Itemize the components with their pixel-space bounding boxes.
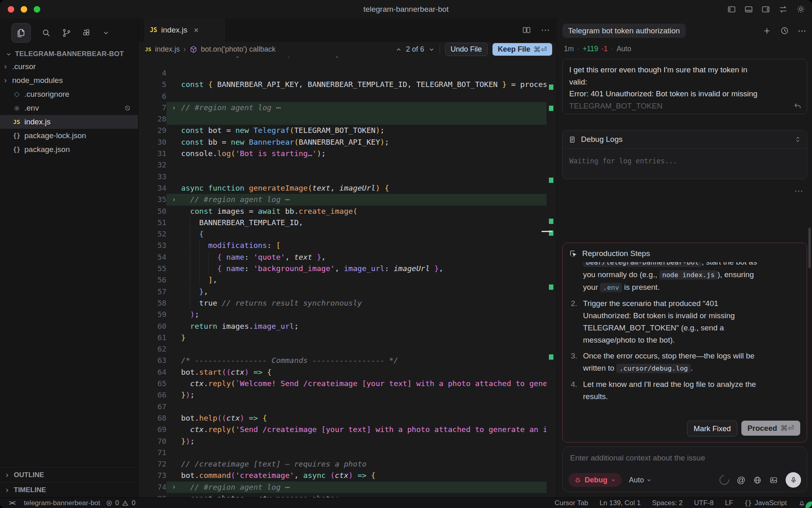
- model-selector[interactable]: Auto: [629, 476, 652, 484]
- gear-icon[interactable]: [796, 4, 806, 14]
- swap-arrows-icon[interactable]: [778, 4, 788, 14]
- code-line-69: 69ctx.reply('Send /createimage [your tex…: [138, 424, 556, 435]
- user-message-card[interactable]: I get this error even though I'm sure th…: [562, 59, 807, 114]
- statusbar-ln-139-col-1[interactable]: Ln 139, Col 1: [600, 499, 641, 507]
- mic-icon[interactable]: [786, 472, 801, 488]
- lines-removed: -1: [601, 45, 608, 53]
- code-editor[interactable]: 3const { Telegraf } = require('telegraf'…: [138, 57, 556, 497]
- file-label: index.js: [24, 117, 50, 126]
- code-line-70: 70});: [138, 436, 556, 447]
- reproduction-steps-list: bear/telegram-bannerbear-bot, start the …: [563, 262, 807, 403]
- bell-icon[interactable]: [798, 499, 806, 507]
- mark-fixed-button[interactable]: Mark Fixed: [687, 421, 737, 436]
- repro-step-line: Unauthorized: Bot token is invalid or mi…: [571, 310, 800, 322]
- code-line-28: 28: [138, 113, 556, 125]
- explorer-root[interactable]: TELEGRAM-BANNERBEAR-BOT: [0, 47, 138, 60]
- code-line-60: 60return images.image_url;: [138, 321, 556, 332]
- repro-step-line: 4.Let me know and I'll read the log file…: [571, 378, 800, 391]
- chevron-down-icon[interactable]: [102, 29, 110, 37]
- close-tab-icon[interactable]: ×: [194, 26, 199, 35]
- statusbar-javascript[interactable]: {}JavaScript: [745, 499, 787, 507]
- chevron-right-icon: [0, 64, 11, 70]
- extensions-icon[interactable]: [82, 28, 92, 38]
- chat-input[interactable]: Enter additional context about the issue…: [562, 447, 807, 492]
- code-line-73: 73bot.command('createimage', async (ctx)…: [138, 470, 556, 481]
- image-icon[interactable]: [769, 476, 778, 484]
- fold-chevron-icon[interactable]: [166, 194, 181, 205]
- panel-right-icon[interactable]: [761, 5, 770, 14]
- chat-scrollbar[interactable]: [808, 228, 811, 268]
- split-editor-icon[interactable]: [522, 26, 531, 35]
- code-line-34: 34async function generateImage(text, ima…: [138, 182, 556, 194]
- statusbar-utf-8[interactable]: UTF-8: [694, 499, 714, 507]
- user-message-line: valid:: [569, 76, 800, 88]
- panel-left-icon[interactable]: [727, 5, 736, 14]
- statusbar-lf[interactable]: LF: [725, 499, 733, 507]
- debug-logs-header[interactable]: Debug Logs: [563, 130, 807, 149]
- sidebar-item-package-lock-json[interactable]: {}package-lock.json: [0, 129, 138, 143]
- undo-file-button[interactable]: Undo File: [445, 43, 488, 56]
- repro-step-line: 3.Once the error occurs, stop there—the …: [571, 350, 800, 362]
- prev-diff-icon[interactable]: [395, 46, 402, 53]
- repro-step-line: written to .cursor/debug.log.: [571, 362, 800, 375]
- code-line-71: 71: [138, 447, 556, 458]
- sidebar-item-package-json[interactable]: {}package.json: [0, 143, 138, 156]
- chat-thread-title[interactable]: Telegram bot token authorization: [562, 24, 686, 38]
- ai-chat-panel: Telegram bot token authorization ⋯ 1m· +…: [557, 18, 812, 497]
- breadcrumb-bar: JS index.js › bot.on('photo') callback 2…: [138, 42, 556, 57]
- lines-added: +119: [583, 45, 598, 53]
- js-file-icon: JS: [145, 46, 151, 52]
- panel-bottom-icon[interactable]: [744, 5, 753, 14]
- diff-position: 2 of 6: [406, 45, 424, 54]
- mode-debug-pill[interactable]: Debug: [568, 473, 622, 487]
- code-line-59: 59);: [138, 309, 556, 320]
- sidebar-item-node-modules[interactable]: node_modules: [0, 74, 138, 87]
- proceed-button[interactable]: Proceed⌘⏎: [741, 421, 800, 436]
- problems-indicator[interactable]: 0 0: [106, 499, 136, 507]
- file-label: .cursor: [12, 62, 36, 71]
- code-line-31: 31console.log('Bot is starting…');: [138, 148, 556, 159]
- at-mention-icon[interactable]: @: [737, 475, 745, 485]
- reproduction-steps-card: Reproduction Steps bear/telegram-bannerb…: [562, 243, 807, 443]
- more-icon[interactable]: ⋯: [798, 26, 807, 36]
- code-line-55: 55{ name: 'background_image', image_url:…: [138, 263, 556, 274]
- tab-index-js[interactable]: JS index.js ×: [144, 18, 226, 42]
- editor-tab-bar: JS index.js × ⋯: [138, 18, 556, 42]
- explorer-icon[interactable]: [11, 23, 31, 43]
- sidebar-section-outline[interactable]: OUTLINE: [0, 467, 138, 482]
- app-window: telegram-bannerbear-bot TELEGRAM-BANNERB…: [0, 0, 812, 508]
- repro-step-line: your .env is present.: [571, 281, 800, 294]
- fold-chevron-icon[interactable]: [166, 102, 181, 113]
- chevrons-updown-icon[interactable]: [795, 136, 801, 143]
- globe-icon[interactable]: [753, 476, 762, 484]
- undo-arrow-icon[interactable]: [793, 102, 802, 111]
- more-icon[interactable]: ⋯: [541, 25, 551, 35]
- new-chat-icon[interactable]: [762, 26, 771, 35]
- more-icon[interactable]: ⋯: [794, 186, 804, 195]
- sidebar-item-index-js[interactable]: JSindex.js: [0, 115, 138, 129]
- js-file-icon: JS: [150, 26, 157, 34]
- statusbar-project[interactable]: telegram-bannerbear-bot: [24, 499, 100, 507]
- sidebar-item--cursor[interactable]: .cursor: [0, 60, 138, 74]
- search-icon[interactable]: [41, 28, 51, 38]
- sidebar-section-timeline[interactable]: TIMELINE: [0, 482, 138, 497]
- breadcrumb[interactable]: JS index.js › bot.on('photo') callback: [145, 45, 276, 54]
- code-line-4: 4: [138, 67, 556, 79]
- statusbar-cursor-tab[interactable]: Cursor Tab: [555, 499, 588, 507]
- reproduction-steps-title: Reproduction Steps: [582, 249, 650, 258]
- remote-icon[interactable]: ><: [9, 499, 15, 507]
- cursorignore-icon: [11, 91, 23, 98]
- sidebar-item--env[interactable]: .env: [0, 101, 138, 115]
- chevron-down-icon: [6, 51, 12, 57]
- history-icon[interactable]: [780, 26, 789, 35]
- overview-ruler[interactable]: [546, 57, 556, 497]
- fold-chevron-icon[interactable]: [166, 482, 181, 493]
- statusbar-spaces-2[interactable]: Spaces: 2: [652, 499, 683, 507]
- inline-code-chip: .env: [600, 283, 622, 292]
- keep-file-button[interactable]: Keep File⌘⏎: [492, 43, 552, 56]
- sidebar-item--cursorignore[interactable]: .cursorignore: [0, 87, 138, 101]
- source-control-icon[interactable]: [62, 28, 71, 38]
- next-diff-icon[interactable]: [428, 46, 435, 53]
- file-tree: .cursornode_modules.cursorignore.envJSin…: [0, 60, 138, 156]
- repro-step-line: bear/telegram-bannerbear-bot, start the …: [571, 262, 800, 269]
